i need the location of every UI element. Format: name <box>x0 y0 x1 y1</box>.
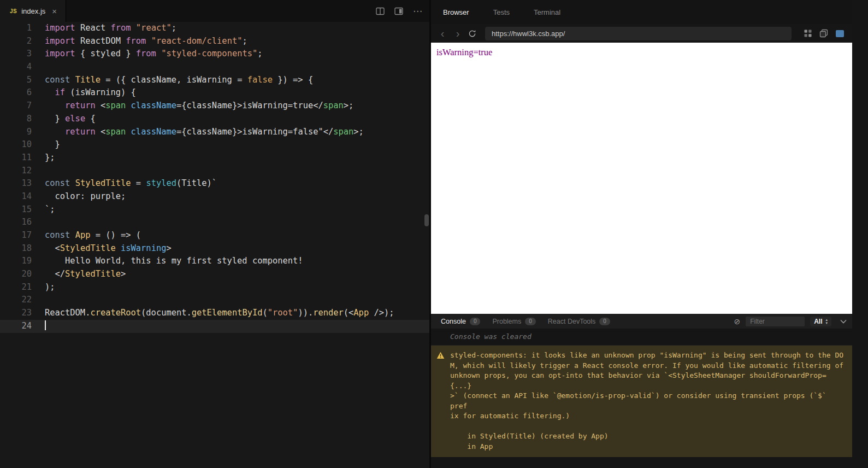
code-area: 1import React from "react";2import React… <box>0 22 429 333</box>
warning-line: M, which will likely trigger a React con… <box>450 361 845 371</box>
console-count-badge: 0 <box>470 318 481 325</box>
editor-tabbar: JS index.js × ⋯ <box>0 0 429 22</box>
line-number: 21 <box>0 281 32 294</box>
browser-toolbar-icons <box>797 29 849 38</box>
code-line[interactable]: 20 </StyledTitle> <box>0 268 429 281</box>
code-line[interactable]: 15`; <box>0 203 429 217</box>
code-line[interactable]: 11}; <box>0 151 429 165</box>
more-options-icon[interactable]: ⋯ <box>413 5 423 17</box>
code-line[interactable]: 1import React from "react"; <box>0 22 429 35</box>
code-line[interactable]: 17const App = () => ( <box>0 229 429 242</box>
tab-browser[interactable]: Browser <box>443 8 469 16</box>
devtool-tabs: Browser Tests Terminal <box>431 0 852 24</box>
code-line[interactable]: 4 <box>0 61 429 74</box>
console-tab-console[interactable]: Console 0 <box>441 318 480 325</box>
console-controls: ⊘ All ▴▾ <box>734 317 847 326</box>
app-window: JS index.js × ⋯ 1import React from "reac… <box>0 0 868 468</box>
responsive-mode-icon[interactable] <box>835 30 845 38</box>
line-number: 9 <box>0 126 32 139</box>
warning-line: in Styled(Title) (created by App) <box>450 431 845 442</box>
console-tabs: Console 0 Problems 0 React DevTools 0 <box>441 318 610 325</box>
react-devtools-tab-label: React DevTools <box>548 318 596 325</box>
clear-console-icon[interactable]: ⊘ <box>734 317 740 326</box>
console-header: Console 0 Problems 0 React DevTools 0 ⊘ … <box>431 314 852 329</box>
log-level-select[interactable]: All ▴▾ <box>810 317 831 326</box>
copy-window-icon[interactable] <box>819 29 828 38</box>
warning-line: in App <box>450 442 845 452</box>
line-number: 20 <box>0 268 32 281</box>
chevron-down-icon[interactable] <box>840 319 847 324</box>
problems-tab-label: Problems <box>492 318 521 325</box>
code-line[interactable]: 22 <box>0 294 429 307</box>
browser-toolbar: ‹ › <box>431 24 852 43</box>
cursor-caret <box>45 320 46 330</box>
tab-index-js[interactable]: JS index.js × <box>0 0 66 22</box>
code-line[interactable]: 7 return <span className={className}>isW… <box>0 100 429 113</box>
code-line[interactable]: 19 Hello World, this is my first styled … <box>0 255 429 268</box>
console-tab-react-devtools[interactable]: React DevTools 0 <box>548 318 610 325</box>
code-line[interactable]: 12 <box>0 165 429 178</box>
warning-line: unknown props, you can opt-into that beh… <box>450 371 845 391</box>
code-line[interactable]: 24 <box>0 320 429 333</box>
console-tab-problems[interactable]: Problems 0 <box>492 318 535 325</box>
line-number: 24 <box>0 320 32 333</box>
open-preview-icon[interactable] <box>394 7 403 15</box>
back-icon[interactable]: ‹ <box>438 28 447 39</box>
warning-icon <box>436 353 445 361</box>
line-number: 22 <box>0 294 32 307</box>
code-line[interactable]: 16 <box>0 216 429 229</box>
code-line[interactable]: 21); <box>0 281 429 294</box>
code-line[interactable]: 3import { styled } from "styled-componen… <box>0 48 429 61</box>
editor-pane: JS index.js × ⋯ 1import React from "reac… <box>0 0 429 468</box>
tab-terminal[interactable]: Terminal <box>534 8 560 16</box>
preview-text: isWarning=true <box>436 47 492 57</box>
code-line[interactable]: 23ReactDOM.createRoot(document.getElemen… <box>0 307 429 320</box>
line-number: 23 <box>0 307 32 320</box>
split-editor-icon[interactable] <box>376 7 385 15</box>
code-line[interactable]: 10 } <box>0 138 429 151</box>
code-line[interactable]: 13const StyledTitle = styled(Title)` <box>0 177 429 190</box>
console-warning-entry: styled-components: it looks like an unkn… <box>431 346 852 457</box>
code-line[interactable]: 8 } else { <box>0 113 429 126</box>
refresh-icon[interactable] <box>468 30 476 38</box>
line-number: 10 <box>0 138 32 151</box>
line-number: 8 <box>0 113 32 126</box>
code-line[interactable]: 14 color: purple; <box>0 190 429 203</box>
console-body: Console was cleared styled-components: i… <box>431 329 852 468</box>
code-line[interactable]: 5const Title = ({ className, isWarning =… <box>0 74 429 87</box>
javascript-file-icon: JS <box>10 8 17 14</box>
line-number: 13 <box>0 177 32 190</box>
line-number: 17 <box>0 229 32 242</box>
line-number: 19 <box>0 255 32 268</box>
problems-count-badge: 0 <box>525 318 536 325</box>
line-number: 3 <box>0 48 32 61</box>
line-number: 5 <box>0 74 32 87</box>
code-line[interactable]: 2import ReactDOM from "react-dom/client"… <box>0 35 429 48</box>
line-number: 14 <box>0 190 32 203</box>
preview-settings-icon[interactable] <box>804 29 812 38</box>
react-devtools-count-badge: 0 <box>599 318 610 325</box>
code-editor[interactable]: 1import React from "react";2import React… <box>0 22 429 468</box>
url-input[interactable] <box>485 27 792 40</box>
tab-close-icon[interactable]: × <box>52 7 57 16</box>
preview-pane: Browser Tests Terminal ‹ › <box>431 0 868 468</box>
code-line[interactable]: 9 return <span className={className}>isW… <box>0 126 429 139</box>
tab-tests[interactable]: Tests <box>493 8 510 16</box>
browser-preview: isWarning=true <box>431 43 852 314</box>
log-level-value: All <box>814 318 822 325</box>
editor-scrollbar-thumb[interactable] <box>424 214 429 226</box>
line-number: 6 <box>0 86 32 100</box>
line-number: 18 <box>0 242 32 255</box>
line-number: 4 <box>0 61 32 74</box>
editor-actions: ⋯ <box>376 0 429 22</box>
line-number: 12 <box>0 165 32 178</box>
console-tab-label: Console <box>441 318 466 325</box>
console-cleared-message: Console was cleared <box>431 329 852 346</box>
line-number: 2 <box>0 35 32 48</box>
line-number: 15 <box>0 203 32 217</box>
forward-icon[interactable]: › <box>453 28 463 39</box>
warning-lines: styled-components: it looks like an unkn… <box>450 350 845 452</box>
code-line[interactable]: 18 <StyledTitle isWarning> <box>0 242 429 255</box>
code-line[interactable]: 6 if (isWarning) { <box>0 86 429 100</box>
console-filter-input[interactable] <box>746 317 805 326</box>
